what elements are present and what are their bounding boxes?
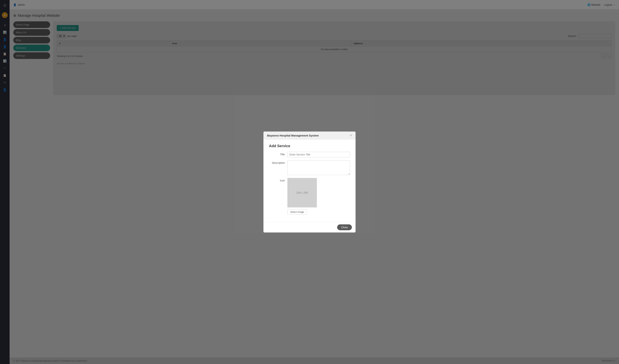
icon-size-text: 256 x 256 [296, 191, 308, 194]
modal-header-title: Bayanno Hospital Management System [267, 134, 319, 137]
modal-body: Add Service Title Description Icon 256 x… [263, 140, 356, 222]
title-form-group: Title [269, 152, 350, 157]
description-textarea[interactable] [287, 160, 350, 175]
modal-overlay: Bayanno Hospital Management System × Add… [0, 0, 619, 364]
select-image-button[interactable]: Select Image [287, 209, 307, 215]
modal-footer: Close [263, 222, 356, 232]
title-input[interactable] [287, 152, 350, 157]
modal-close-button[interactable]: × [350, 134, 352, 137]
modal-close-footer-button[interactable]: Close [337, 224, 352, 230]
modal-header: Bayanno Hospital Management System × [263, 132, 356, 140]
icon-form-group: Icon 256 x 256 Select Image [269, 178, 350, 215]
description-label: Description [269, 160, 287, 164]
description-form-group: Description [269, 160, 350, 175]
icon-upload-area: 256 x 256 Select Image [287, 178, 350, 215]
modal-form-title: Add Service [269, 144, 350, 148]
icon-label: Icon [269, 178, 287, 182]
modal: Bayanno Hospital Management System × Add… [263, 132, 356, 232]
icon-preview: 256 x 256 [287, 178, 317, 207]
title-label: Title [269, 152, 287, 156]
